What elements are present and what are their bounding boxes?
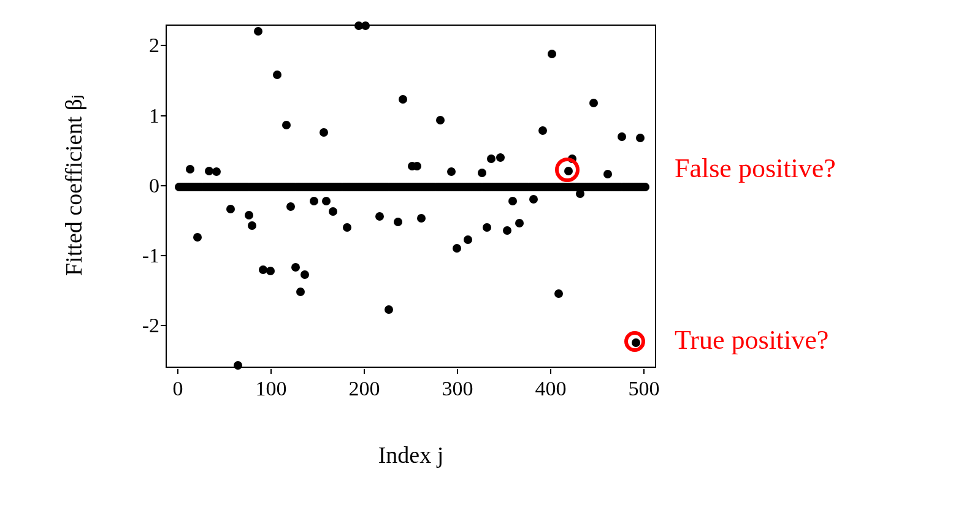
y-tick-label: 1 [141,104,159,128]
data-point [310,197,318,205]
y-tick-mark [161,115,166,116]
y-tick-mark [161,325,166,326]
y-tick-mark [161,185,166,186]
x-tick-mark [270,369,272,374]
data-point [212,167,221,176]
data-point [385,305,393,314]
annotation-circle [624,331,645,352]
data-point [226,205,235,213]
annotation-label: True positive? [675,324,829,356]
x-tick-label: 500 [629,377,660,400]
x-tick-mark [177,369,178,374]
y-tick-mark [161,45,166,46]
data-point [329,207,337,216]
data-point [618,132,626,141]
y-tick-mark [161,255,166,256]
data-point [273,71,281,79]
y-tick-label: -1 [141,244,159,267]
x-tick-mark [550,369,551,374]
data-point [234,361,242,370]
data-point [478,169,486,177]
data-point [641,183,649,191]
data-point [375,212,384,221]
data-point [361,21,370,30]
data-point [548,50,556,58]
data-point [399,95,407,104]
x-tick-mark [364,369,365,374]
data-point [186,165,194,173]
data-point [266,267,275,275]
data-point [503,226,511,235]
data-point [301,270,309,279]
data-point [515,219,524,227]
data-point [286,202,295,211]
data-point [487,154,496,163]
x-tick-label: 0 [173,377,183,400]
data-point [291,263,300,272]
data-point [322,197,331,205]
data-point [282,121,291,129]
y-axis-label: Fitted coefficient βⱼ [60,94,87,276]
data-point [538,126,547,135]
data-point [343,223,351,232]
data-point [529,195,538,204]
data-point [603,170,612,178]
y-tick-label: 0 [141,174,159,197]
data-point [394,218,402,226]
data-point [508,197,517,205]
data-point [589,99,598,107]
data-point [447,167,456,176]
y-tick-label: -2 [141,314,159,337]
data-point [554,289,563,298]
annotation-circle [555,158,580,182]
plot-area [166,25,656,368]
data-point [417,214,426,223]
data-point [248,221,256,230]
y-tick-label: 2 [141,34,159,57]
x-tick-label: 400 [535,377,567,400]
data-point [483,223,491,232]
x-tick-mark [457,369,458,374]
data-point [320,128,328,137]
data-point [254,27,262,36]
data-point [245,211,253,219]
data-point [464,235,472,244]
annotation-label: False positive? [675,153,836,184]
data-point [413,162,421,170]
data-point [496,153,505,162]
chart-container: Fitted coefficient βⱼ Index j -2-1012010… [92,12,889,441]
x-tick-label: 200 [349,377,380,400]
data-point [436,116,445,124]
x-tick-label: 300 [442,377,473,400]
data-point [453,244,461,253]
x-tick-mark [643,369,645,374]
data-point [636,134,645,142]
data-point [193,233,202,242]
x-axis-label: Index j [378,441,444,468]
data-point [576,189,584,198]
data-point [296,288,305,296]
x-tick-label: 100 [256,377,287,400]
